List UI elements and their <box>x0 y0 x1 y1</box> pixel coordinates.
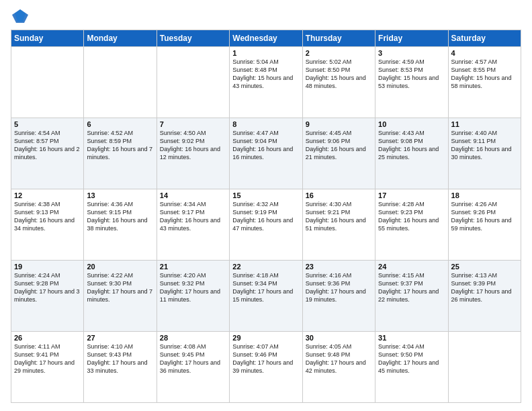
day-number: 19 <box>14 263 81 271</box>
day-info: Sunrise: 4:57 AM Sunset: 8:55 PM Dayligh… <box>451 58 518 91</box>
day-info: Sunrise: 4:20 AM Sunset: 9:32 PM Dayligh… <box>160 271 226 304</box>
logo-icon <box>11 8 30 24</box>
day-info: Sunrise: 4:43 AM Sunset: 9:08 PM Dayligh… <box>378 129 445 162</box>
day-info: Sunrise: 4:34 AM Sunset: 9:17 PM Dayligh… <box>160 200 226 233</box>
day-info: Sunrise: 5:04 AM Sunset: 8:48 PM Dayligh… <box>232 58 299 91</box>
day-header-sunday: Sunday <box>11 30 84 47</box>
day-info: Sunrise: 4:32 AM Sunset: 9:19 PM Dayligh… <box>232 200 299 233</box>
day-info: Sunrise: 4:16 AM Sunset: 9:36 PM Dayligh… <box>306 271 372 304</box>
day-number: 14 <box>160 191 226 199</box>
day-number: 1 <box>232 49 299 57</box>
day-number: 13 <box>87 191 153 199</box>
calendar-cell: 18Sunrise: 4:26 AM Sunset: 9:26 PM Dayli… <box>448 189 521 261</box>
day-info: Sunrise: 4:30 AM Sunset: 9:21 PM Dayligh… <box>306 200 372 233</box>
day-info: Sunrise: 4:36 AM Sunset: 9:15 PM Dayligh… <box>87 200 153 233</box>
day-header-thursday: Thursday <box>302 30 375 47</box>
calendar-cell: 17Sunrise: 4:28 AM Sunset: 9:23 PM Dayli… <box>375 189 448 261</box>
day-info: Sunrise: 4:59 AM Sunset: 8:53 PM Dayligh… <box>378 58 445 91</box>
day-number: 25 <box>451 263 518 271</box>
calendar-cell: 24Sunrise: 4:15 AM Sunset: 9:37 PM Dayli… <box>375 261 448 332</box>
day-number: 27 <box>87 334 153 342</box>
day-info: Sunrise: 4:05 AM Sunset: 9:48 PM Dayligh… <box>306 342 372 375</box>
calendar-cell: 13Sunrise: 4:36 AM Sunset: 9:15 PM Dayli… <box>84 189 157 261</box>
day-number: 2 <box>306 49 372 57</box>
calendar-cell: 20Sunrise: 4:22 AM Sunset: 9:30 PM Dayli… <box>84 261 157 332</box>
day-number: 3 <box>378 49 445 57</box>
calendar-cell: 25Sunrise: 4:13 AM Sunset: 9:39 PM Dayli… <box>448 261 521 332</box>
day-number: 31 <box>378 334 445 342</box>
day-number: 7 <box>160 120 226 128</box>
calendar-cell: 2Sunrise: 5:02 AM Sunset: 8:50 PM Daylig… <box>302 47 375 118</box>
day-number: 24 <box>378 263 445 271</box>
day-info: Sunrise: 4:04 AM Sunset: 9:50 PM Dayligh… <box>378 342 445 375</box>
calendar-cell <box>448 332 521 403</box>
day-info: Sunrise: 4:24 AM Sunset: 9:28 PM Dayligh… <box>14 271 81 304</box>
day-number: 9 <box>306 120 372 128</box>
calendar-cell: 19Sunrise: 4:24 AM Sunset: 9:28 PM Dayli… <box>11 261 84 332</box>
week-row-3: 12Sunrise: 4:38 AM Sunset: 9:13 PM Dayli… <box>11 189 521 261</box>
day-number: 11 <box>451 120 518 128</box>
day-info: Sunrise: 4:40 AM Sunset: 9:11 PM Dayligh… <box>451 129 518 162</box>
day-number: 15 <box>232 191 299 199</box>
day-number: 22 <box>232 263 299 271</box>
day-number: 8 <box>232 120 299 128</box>
day-info: Sunrise: 4:15 AM Sunset: 9:37 PM Dayligh… <box>378 271 445 304</box>
calendar-cell: 22Sunrise: 4:18 AM Sunset: 9:34 PM Dayli… <box>230 261 302 332</box>
calendar-cell: 12Sunrise: 4:38 AM Sunset: 9:13 PM Dayli… <box>11 189 84 261</box>
day-number: 23 <box>306 263 372 271</box>
calendar-page: SundayMondayTuesdayWednesdayThursdayFrid… <box>0 0 532 411</box>
day-number: 30 <box>306 334 372 342</box>
header <box>11 8 521 24</box>
calendar-cell <box>84 47 157 118</box>
day-info: Sunrise: 4:26 AM Sunset: 9:26 PM Dayligh… <box>451 200 518 233</box>
day-header-saturday: Saturday <box>448 30 521 47</box>
day-info: Sunrise: 4:52 AM Sunset: 8:59 PM Dayligh… <box>87 129 153 162</box>
calendar-cell <box>11 47 84 118</box>
calendar-cell: 21Sunrise: 4:20 AM Sunset: 9:32 PM Dayli… <box>157 261 229 332</box>
calendar-cell: 11Sunrise: 4:40 AM Sunset: 9:11 PM Dayli… <box>448 118 521 189</box>
calendar-cell: 23Sunrise: 4:16 AM Sunset: 9:36 PM Dayli… <box>302 261 375 332</box>
calendar-table: SundayMondayTuesdayWednesdayThursdayFrid… <box>11 30 521 403</box>
calendar-cell: 8Sunrise: 4:47 AM Sunset: 9:04 PM Daylig… <box>230 118 302 189</box>
day-info: Sunrise: 4:38 AM Sunset: 9:13 PM Dayligh… <box>14 200 81 233</box>
day-header-friday: Friday <box>375 30 448 47</box>
day-info: Sunrise: 4:18 AM Sunset: 9:34 PM Dayligh… <box>232 271 299 304</box>
calendar-cell: 6Sunrise: 4:52 AM Sunset: 8:59 PM Daylig… <box>84 118 157 189</box>
day-info: Sunrise: 4:50 AM Sunset: 9:02 PM Dayligh… <box>160 129 226 162</box>
day-info: Sunrise: 4:54 AM Sunset: 8:57 PM Dayligh… <box>14 129 81 162</box>
calendar-cell: 10Sunrise: 4:43 AM Sunset: 9:08 PM Dayli… <box>375 118 448 189</box>
calendar-header-row: SundayMondayTuesdayWednesdayThursdayFrid… <box>11 30 521 47</box>
calendar-cell <box>157 47 229 118</box>
calendar-cell: 4Sunrise: 4:57 AM Sunset: 8:55 PM Daylig… <box>448 47 521 118</box>
day-number: 16 <box>306 191 372 199</box>
day-info: Sunrise: 4:13 AM Sunset: 9:39 PM Dayligh… <box>451 271 518 304</box>
calendar-cell: 15Sunrise: 4:32 AM Sunset: 9:19 PM Dayli… <box>230 189 302 261</box>
day-number: 21 <box>160 263 226 271</box>
day-number: 17 <box>378 191 445 199</box>
week-row-4: 19Sunrise: 4:24 AM Sunset: 9:28 PM Dayli… <box>11 261 521 332</box>
calendar-cell: 3Sunrise: 4:59 AM Sunset: 8:53 PM Daylig… <box>375 47 448 118</box>
day-number: 28 <box>160 334 226 342</box>
day-header-monday: Monday <box>84 30 157 47</box>
day-info: Sunrise: 4:07 AM Sunset: 9:46 PM Dayligh… <box>232 342 299 375</box>
calendar-cell: 28Sunrise: 4:08 AM Sunset: 9:45 PM Dayli… <box>157 332 229 403</box>
calendar-cell: 5Sunrise: 4:54 AM Sunset: 8:57 PM Daylig… <box>11 118 84 189</box>
day-number: 20 <box>87 263 153 271</box>
calendar-cell: 16Sunrise: 4:30 AM Sunset: 9:21 PM Dayli… <box>302 189 375 261</box>
day-info: Sunrise: 4:28 AM Sunset: 9:23 PM Dayligh… <box>378 200 445 233</box>
day-info: Sunrise: 4:11 AM Sunset: 9:41 PM Dayligh… <box>14 342 81 375</box>
day-info: Sunrise: 4:10 AM Sunset: 9:43 PM Dayligh… <box>87 342 153 375</box>
day-info: Sunrise: 4:22 AM Sunset: 9:30 PM Dayligh… <box>87 271 153 304</box>
day-number: 10 <box>378 120 445 128</box>
week-row-5: 26Sunrise: 4:11 AM Sunset: 9:41 PM Dayli… <box>11 332 521 403</box>
day-number: 29 <box>232 334 299 342</box>
calendar-cell: 1Sunrise: 5:04 AM Sunset: 8:48 PM Daylig… <box>230 47 302 118</box>
calendar-cell: 31Sunrise: 4:04 AM Sunset: 9:50 PM Dayli… <box>375 332 448 403</box>
day-number: 12 <box>14 191 81 199</box>
calendar-cell: 9Sunrise: 4:45 AM Sunset: 9:06 PM Daylig… <box>302 118 375 189</box>
day-header-wednesday: Wednesday <box>230 30 302 47</box>
week-row-2: 5Sunrise: 4:54 AM Sunset: 8:57 PM Daylig… <box>11 118 521 189</box>
day-info: Sunrise: 4:08 AM Sunset: 9:45 PM Dayligh… <box>160 342 226 375</box>
day-info: Sunrise: 4:47 AM Sunset: 9:04 PM Dayligh… <box>232 129 299 162</box>
day-info: Sunrise: 4:45 AM Sunset: 9:06 PM Dayligh… <box>306 129 372 162</box>
